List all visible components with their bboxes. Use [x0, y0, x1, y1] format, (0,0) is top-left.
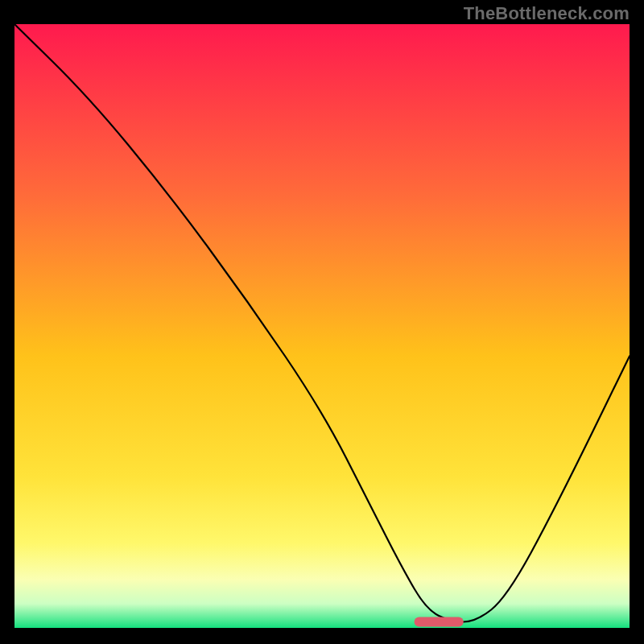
watermark-label: TheBottleneck.com	[464, 3, 630, 24]
gradient-background	[14, 24, 630, 628]
bottleneck-chart	[14, 24, 630, 628]
plot-area	[14, 24, 630, 628]
chart-frame: TheBottleneck.com	[0, 0, 644, 644]
optimal-marker	[415, 617, 464, 627]
